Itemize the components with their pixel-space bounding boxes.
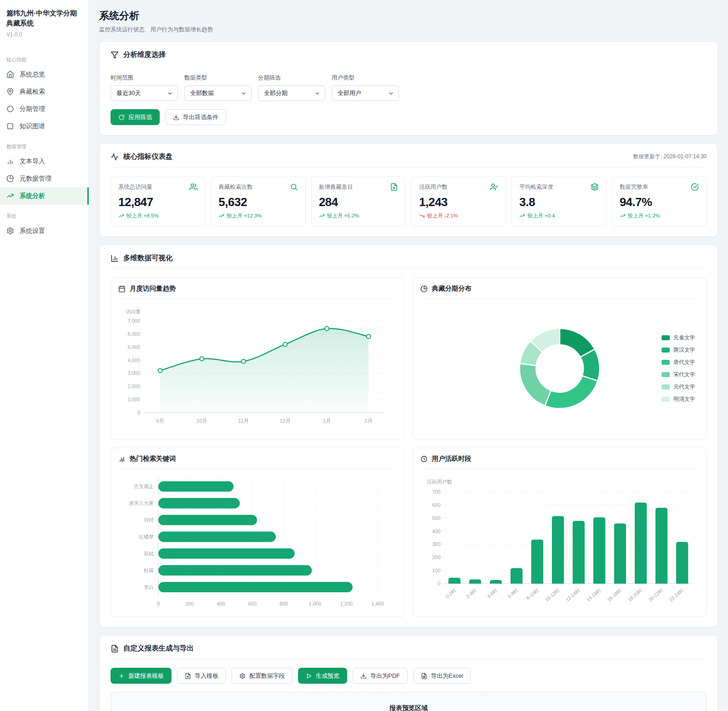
data-type-select[interactable]: 全部数据 <box>184 86 252 101</box>
sidebar-item-system-settings[interactable]: 系统设置 <box>0 222 89 240</box>
export-filter-button[interactable]: 导出筛选条件 <box>165 109 226 125</box>
chart-grid: 月度访问量趋势 01,0002,0003,0004,0005,0006,0007… <box>111 277 707 617</box>
filter-field-user-type: 用户类型 全部用户 <box>332 74 399 101</box>
svg-text:古文观止: 古文观止 <box>134 484 154 489</box>
kpi-card-data-integrity: 数据完整率 94.7% 较上月 +1.2% <box>612 176 707 227</box>
svg-text:0: 0 <box>137 410 140 415</box>
legend-item[interactable]: 明清文学 <box>662 395 695 403</box>
sidebar-item-system-overview[interactable]: 系统总览 <box>0 66 89 83</box>
kpi-card-search-count: 典藏检索次数 5,632 较上月 +12.3% <box>211 176 305 227</box>
svg-text:访问量: 访问量 <box>126 309 141 314</box>
new-report-template-button[interactable]: 新建报表模板 <box>111 668 172 684</box>
sidebar-item-period-management[interactable]: 分期管理 <box>0 101 89 118</box>
calendar-icon <box>118 285 126 292</box>
kpi-change: 较上月 +5.2% <box>319 212 398 219</box>
gear-icon <box>6 227 14 235</box>
data-updated-at: 数据更新于: 2026-01-07 14:30 <box>633 153 707 161</box>
kpi-value: 3.8 <box>519 195 598 209</box>
import-template-button[interactable]: 导入模板 <box>177 668 226 684</box>
kpi-change: 较上月 +8.5% <box>118 212 197 219</box>
svg-text:20-22时: 20-22时 <box>647 587 664 603</box>
svg-text:300: 300 <box>432 541 440 547</box>
svg-text:2-4时: 2-4时 <box>465 587 478 599</box>
file-import-icon <box>185 673 191 679</box>
file-spreadsheet-icon <box>421 673 427 679</box>
nav-section-label: 核心功能 <box>6 56 89 63</box>
sidebar-item-collection-search[interactable]: 典藏检索 <box>0 83 89 101</box>
svg-text:1月: 1月 <box>323 418 331 424</box>
legend-item[interactable]: 宋代文学 <box>662 371 695 378</box>
svg-text:杜甫: 杜甫 <box>143 568 154 573</box>
legend-item[interactable]: 两汉文学 <box>662 346 695 354</box>
report-title: 自定义报表生成与导出 <box>123 644 194 653</box>
period-filter-select[interactable]: 全部分期 <box>258 86 325 101</box>
button-label: 导出为PDF <box>370 672 400 680</box>
time-range-select[interactable]: 最近30天 <box>111 86 178 101</box>
svg-text:0-2时: 0-2时 <box>445 587 457 599</box>
legend-label: 先秦文学 <box>673 334 695 342</box>
svg-text:1,200: 1,200 <box>340 601 353 606</box>
kpi-change-text: 较上月 +0.4 <box>527 212 555 219</box>
sidebar-item-knowledge-graph[interactable]: 知识图谱 <box>0 118 89 135</box>
svg-text:2月: 2月 <box>364 418 373 424</box>
svg-text:9月: 9月 <box>156 418 164 424</box>
svg-text:1,400: 1,400 <box>371 601 384 606</box>
export-pdf-button[interactable]: 导出为PDF <box>353 668 408 684</box>
kpi-header: 核心指标仪表盘 数据更新于: 2026-01-07 14:30 <box>111 152 707 168</box>
kpi-change: 较上月 +12.3% <box>218 212 298 219</box>
legend-swatch <box>662 348 670 353</box>
legend-item[interactable]: 唐代文学 <box>662 358 695 366</box>
page-title: 系统分析 <box>99 9 718 23</box>
kpi-card-total-visits: 系统总访问量 12,847 较上月 +8.5% <box>111 176 205 227</box>
filter-card-title: 分析维度选择 <box>123 50 166 60</box>
filter-label: 用户类型 <box>332 74 399 82</box>
legend-swatch <box>662 372 670 377</box>
svg-text:200: 200 <box>186 601 194 606</box>
sidebar-item-text-import[interactable]: 文本导入 <box>0 153 89 170</box>
kpi-grid: 系统总访问量 12,847 较上月 +8.5% 典藏检索次数 5,632 <box>111 176 707 227</box>
svg-text:12月: 12月 <box>280 418 291 424</box>
donut-chart <box>420 303 699 434</box>
kpi-card-active-users: 活跃用户数 1,243 较上月 -2.1% <box>411 176 506 227</box>
nav-section-label: 系统 <box>6 213 89 220</box>
svg-text:600: 600 <box>248 601 256 606</box>
filter-actions: 应用筛选 导出筛选条件 <box>111 109 707 125</box>
sidebar-item-metadata-management[interactable]: 元数据管理 <box>0 170 89 187</box>
svg-text:12-14时: 12-14时 <box>565 587 581 603</box>
pie-chart-icon <box>420 285 428 292</box>
chart-title: 典藏分期分布 <box>432 284 471 293</box>
filter-field-data-type: 数据类型 全部数据 <box>184 74 252 101</box>
chart-card-header: 典藏分期分布 <box>420 284 699 299</box>
apply-filter-label: 应用筛选 <box>128 113 152 121</box>
vbar-chart-svg: 0100200300400500600700活跃用户数0-2时2-4时4-6时6… <box>420 473 699 610</box>
configure-fields-button[interactable]: 配置数据字段 <box>232 668 293 684</box>
export-excel-button[interactable]: 导出为Excel <box>413 668 471 684</box>
user-type-select[interactable]: 全部用户 <box>332 86 399 101</box>
kpi-change-text: 较上月 -2.1% <box>427 212 458 219</box>
svg-text:10-12时: 10-12时 <box>544 587 561 603</box>
svg-text:6-8时: 6-8时 <box>506 587 519 599</box>
trending-up-icon <box>519 213 525 219</box>
legend-item[interactable]: 元代文学 <box>662 383 695 391</box>
visualization-title: 多维数据可视化 <box>123 253 173 263</box>
kpi-value: 94.7% <box>620 195 699 209</box>
export-filter-label: 导出筛选条件 <box>183 113 218 121</box>
legend-item[interactable]: 先秦文学 <box>662 334 695 342</box>
main-content: 系统分析 监控系统运行状态、用户行为与数据增长趋势 分析维度选择 时间范围 最近… <box>89 0 728 711</box>
kpi-label: 数据完整率 <box>620 183 648 191</box>
donut-chart-svg <box>420 303 699 433</box>
monthly-visits-chart: 01,0002,0003,0004,0005,0006,0007,000访问量9… <box>118 303 397 428</box>
svg-text:活跃用户数: 活跃用户数 <box>426 479 452 484</box>
visualization-section: 多维数据可视化 月度访问量趋势 01,0002,0003,0004,0005,0… <box>99 245 718 627</box>
report-header: 自定义报表生成与导出 <box>111 644 707 660</box>
apply-filter-button[interactable]: 应用筛选 <box>111 109 160 125</box>
generate-preview-button[interactable]: 生成预览 <box>298 668 347 684</box>
svg-text:7,000: 7,000 <box>127 318 140 323</box>
sidebar-item-system-analysis[interactable]: 系统分析 <box>0 187 89 205</box>
svg-text:3,000: 3,000 <box>127 370 140 376</box>
sidebar: 篇纬九州·中华文学分期典藏系统 V1.0.0 核心功能 系统总览 典藏检索 分期… <box>0 0 89 711</box>
layers-icon <box>591 183 599 191</box>
trending-up-icon <box>118 213 124 219</box>
svg-text:唐宋八大家: 唐宋八大家 <box>129 500 154 506</box>
kpi-change: 较上月 +1.2% <box>620 212 699 219</box>
